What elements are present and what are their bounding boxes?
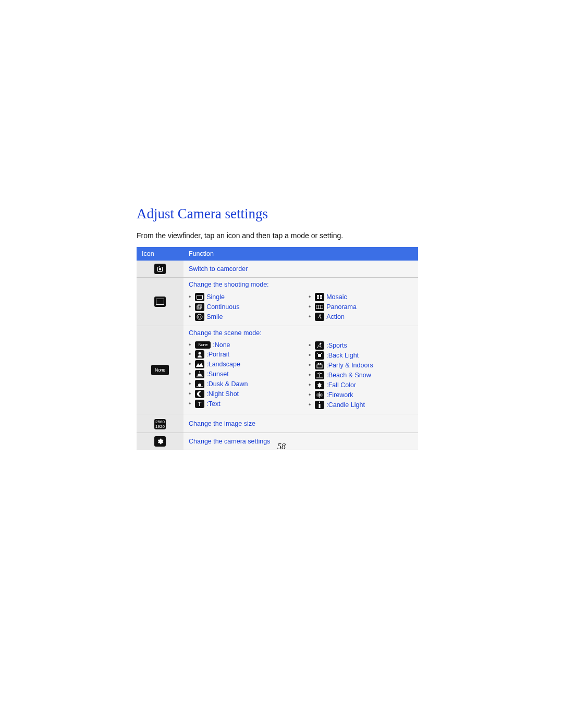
opt-firework: •: Firework <box>309 391 413 399</box>
svg-point-16 <box>199 352 201 355</box>
single-icon <box>195 293 204 301</box>
opt-continuous: •Continuous <box>189 303 293 311</box>
func-image-size: Change the image size <box>183 414 418 433</box>
opt-sports: •: Sports <box>309 341 413 350</box>
scene-options: •None: None •: Portrait •: Landscape •: … <box>189 338 413 411</box>
opt-mosaic: •Mosaic <box>309 293 413 301</box>
back-light-icon <box>315 351 324 360</box>
continuous-icon <box>195 303 204 311</box>
scene-left-col: •None: None •: Portrait •: Landscape •: … <box>189 340 293 411</box>
action-icon <box>315 313 324 321</box>
svg-point-5 <box>197 314 202 319</box>
party-icon <box>315 361 324 369</box>
icon-cell-size: 25601920 <box>137 414 183 433</box>
row-switch-camcorder: Switch to camcorder <box>137 261 418 278</box>
svg-point-26 <box>318 363 320 365</box>
landscape-icon <box>195 360 204 368</box>
svg-rect-33 <box>319 404 321 408</box>
sports-icon <box>315 341 324 350</box>
night-shot-icon <box>195 390 204 398</box>
header-icon: Icon <box>137 247 183 261</box>
opt-action: •Action <box>309 313 413 321</box>
opt-sunset: •: Sunset <box>189 370 293 378</box>
svg-rect-11 <box>320 298 322 300</box>
table-header-row: Icon Function <box>137 247 418 261</box>
svg-rect-25 <box>317 365 322 368</box>
firework-icon <box>315 391 324 399</box>
opt-panorama: •Panorama <box>309 303 413 311</box>
opt-smile: •Smile <box>189 313 293 321</box>
row-image-size: 25601920 Change the image size <box>137 414 418 433</box>
svg-rect-8 <box>317 295 319 297</box>
svg-point-27 <box>320 363 322 365</box>
opt-fall: •: Fall Color <box>309 381 413 389</box>
svg-rect-2 <box>159 266 160 267</box>
svg-rect-3 <box>197 306 201 309</box>
icon-cell-shooting <box>137 278 183 326</box>
portrait-icon <box>195 350 204 359</box>
svg-line-23 <box>317 353 318 354</box>
func-shooting-mode: Change the shooting mode: •Single •Conti… <box>183 278 418 326</box>
scene-mode-icon: None <box>151 365 169 375</box>
icon-cell-scene: None <box>137 326 183 414</box>
svg-rect-12 <box>316 305 323 309</box>
camcorder-icon <box>154 264 166 274</box>
svg-rect-22 <box>318 354 321 357</box>
shooting-mode-icon <box>154 297 166 307</box>
row-shooting-mode: Change the shooting mode: •Single •Conti… <box>137 278 418 326</box>
svg-rect-4 <box>198 305 202 308</box>
none-icon: None <box>195 341 211 349</box>
row-scene-mode: None Change the scene mode: •None: None … <box>137 326 418 414</box>
func-switch-camcorder: Switch to camcorder <box>183 261 418 278</box>
beach-icon <box>315 371 324 379</box>
svg-point-19 <box>198 384 201 387</box>
smile-icon <box>195 313 204 321</box>
opt-beach: •: Beach & Snow <box>309 371 413 379</box>
func-scene-mode: Change the scene mode: •None: None •: Po… <box>183 326 418 414</box>
opt-portrait: •: Portrait <box>189 350 293 359</box>
page-content: Adjust Camera settings From the viewfind… <box>137 206 426 450</box>
svg-rect-9 <box>320 295 322 297</box>
scene-right-col: •: Sports •: Back Light •: Party & Indoo… <box>309 340 413 411</box>
opt-none: •None: None <box>189 341 293 349</box>
scene-heading: Change the scene mode: <box>189 329 413 337</box>
svg-point-21 <box>320 343 322 344</box>
shooting-left-col: •Single •Continuous •Smile <box>189 291 293 323</box>
text-icon: T <box>195 400 204 408</box>
shooting-heading: Change the shooting mode: <box>189 281 413 288</box>
opt-single: •Single <box>189 293 293 301</box>
svg-point-6 <box>198 316 199 317</box>
svg-point-0 <box>159 268 162 270</box>
settings-table: Icon Function Switch to camcorder Change… <box>137 247 418 450</box>
icon-cell-camcorder <box>137 261 183 278</box>
candle-icon <box>315 401 324 409</box>
fall-icon <box>315 381 324 389</box>
opt-party: •: Party & Indoors <box>309 361 413 369</box>
opt-night-shot: •: Night Shot <box>189 390 293 398</box>
svg-point-15 <box>320 314 321 315</box>
svg-line-24 <box>321 353 322 354</box>
svg-rect-10 <box>317 298 319 300</box>
page-number: 58 <box>0 442 563 451</box>
dusk-dawn-icon <box>195 380 204 388</box>
section-title: Adjust Camera settings <box>137 206 426 222</box>
shooting-options: •Single •Continuous •Smile •Mosaic •Pano… <box>189 289 413 323</box>
opt-text: •T: Text <box>189 400 293 408</box>
mosaic-icon <box>315 293 324 301</box>
image-size-icon: 25601920 <box>154 419 166 429</box>
shooting-right-col: •Mosaic •Panorama •Action <box>309 291 413 323</box>
panorama-icon <box>315 303 324 311</box>
opt-dusk-dawn: •: Dusk & Dawn <box>189 380 293 388</box>
svg-point-7 <box>200 316 201 317</box>
opt-landscape: •: Landscape <box>189 360 293 368</box>
opt-candle: •: Candle Light <box>309 401 413 409</box>
header-function: Function <box>183 247 418 261</box>
opt-back-light: •: Back Light <box>309 351 413 360</box>
intro-text: From the viewfinder, tap an icon and the… <box>137 231 426 240</box>
sunset-icon <box>195 370 204 378</box>
